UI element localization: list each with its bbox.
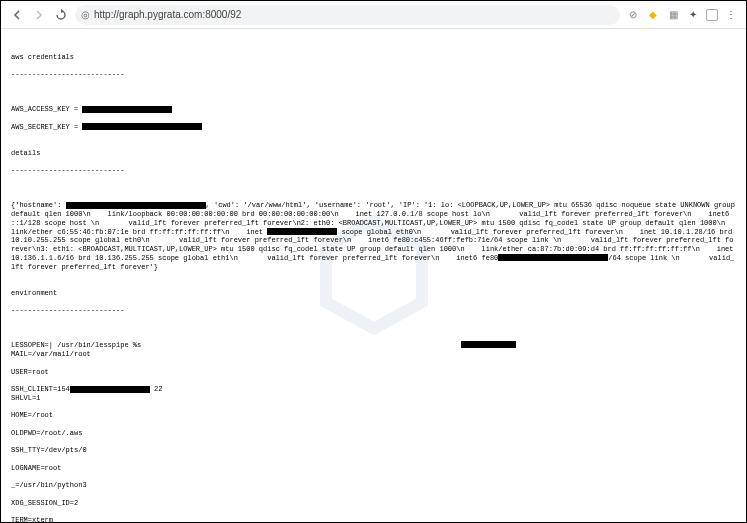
divider: --------------------------- [11, 306, 736, 315]
redacted-hostname [66, 202, 206, 209]
url-text: http://graph.pygrata.com:8000/92 [94, 9, 241, 20]
env-line: SSH_TTY=/dev/pts/0 [11, 446, 736, 455]
ext-icon-1[interactable]: ⊘ [626, 8, 640, 22]
env-line: _=/usr/bin/python3 [11, 481, 736, 490]
env-line: LESSOPEN=| /usr/bin/lesspipe %s [11, 341, 141, 349]
browser-toolbar: ◎ http://graph.pygrata.com:8000/92 ⊘ ◆ ▦… [1, 1, 746, 29]
divider: --------------------------- [11, 166, 736, 175]
back-button[interactable] [9, 7, 25, 23]
forward-button[interactable] [31, 7, 47, 23]
extension-icons: ⊘ ◆ ▦ ✦ ⋮ [626, 8, 738, 22]
redacted-ip [267, 228, 337, 235]
divider: --------------------------- [11, 70, 736, 79]
profile-icon[interactable] [706, 9, 718, 21]
page-content: aws credentials ------------------------… [1, 29, 746, 522]
reload-button[interactable] [53, 7, 69, 23]
redacted-secret-key [82, 123, 202, 130]
details-title: details [11, 149, 736, 158]
aws-title: aws credentials [11, 53, 736, 62]
env-line: MAIL=/var/mail/root [11, 350, 736, 359]
env-line: USER=root [11, 368, 736, 377]
aws-secret-key-label: AWS_SECRET_KEY = [11, 123, 82, 131]
env-line: HOME=/root [11, 411, 736, 420]
redacted-env [461, 341, 516, 348]
redacted-ipv6 [498, 254, 608, 261]
env-line: TERM=xterm [11, 516, 736, 522]
env-line: OLDPWD=/root/.aws [11, 429, 736, 438]
ext-icon-2[interactable]: ◆ [646, 8, 660, 22]
menu-icon[interactable]: ⋮ [724, 8, 738, 22]
env-line: LOGNAME=root [11, 464, 736, 473]
env-title: environment [11, 289, 736, 298]
env-line: XDG_SESSION_ID=2 [11, 499, 736, 508]
redacted-access-key [82, 106, 172, 113]
redacted-ssh-client [70, 386, 150, 393]
details-text: {'hostname': , 'cwd': '/var/www/html', '… [11, 201, 742, 270]
env-line: SHLVL=1 [11, 394, 736, 403]
extensions-icon[interactable]: ✦ [686, 8, 700, 22]
env-line: SSH_CLIENT=154 [11, 385, 70, 393]
address-bar[interactable]: ◎ http://graph.pygrata.com:8000/92 [75, 5, 620, 25]
aws-access-key-label: AWS_ACCESS_KEY = [11, 105, 82, 113]
ext-icon-3[interactable]: ▦ [666, 8, 680, 22]
site-info-icon: ◎ [81, 9, 90, 20]
